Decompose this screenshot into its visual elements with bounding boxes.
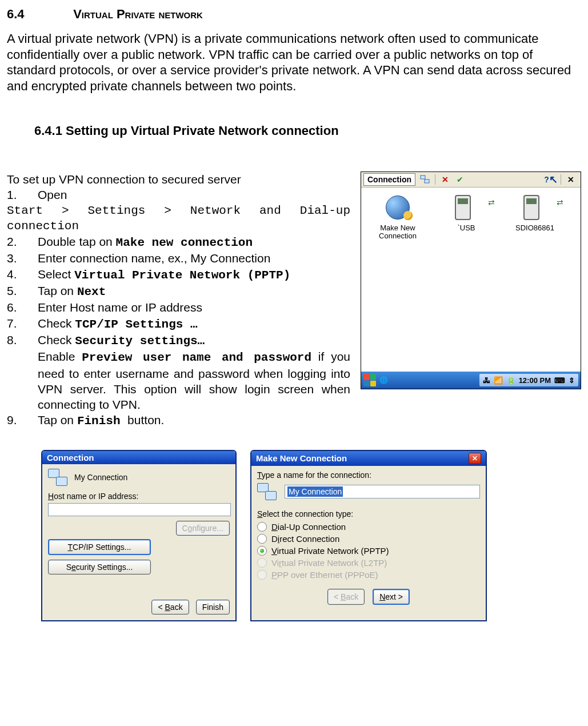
radio-icon[interactable] [257, 534, 267, 544]
window-label: Connection [363, 173, 415, 186]
step-1: 1.Open [7, 187, 350, 202]
radio-vpn-pptp[interactable]: Virtual Private Network (PPTP) [257, 546, 480, 556]
step-text: Tap on [38, 284, 77, 297]
radio-direct[interactable]: Direct Connection [257, 534, 480, 544]
network-tray-icon[interactable]: 🖧 [483, 376, 490, 385]
subsection-title: 6.4.1 Setting up Virtual Private Network… [34, 123, 581, 138]
battery-tray-icon[interactable]: 🔋 [506, 376, 515, 385]
connection-name-input[interactable]: My Connection [285, 485, 480, 498]
network-icon [48, 469, 67, 486]
svg-rect-1 [425, 179, 429, 183]
separator [561, 174, 561, 185]
check-icon[interactable]: ✔ [454, 174, 466, 185]
updown-tray-icon[interactable]: ⇕ [569, 376, 575, 385]
help-icon[interactable]: ?↖ [545, 174, 557, 185]
close-icon[interactable]: ✕ [469, 453, 481, 464]
taskbar-globe-icon[interactable]: 🌐 [379, 376, 388, 384]
step-text: button. [127, 413, 164, 426]
type-name-label: Type a name for the connection: [257, 470, 480, 480]
step-text: Open [38, 188, 67, 201]
step-8: 8.Check Security settings… [7, 332, 350, 349]
host-input[interactable] [48, 503, 231, 516]
radio-icon[interactable] [257, 522, 267, 532]
configure-button: Configure... [176, 521, 230, 536]
clock[interactable]: 12:00 PM [519, 376, 551, 385]
radio-icon [257, 558, 267, 568]
titlebar: Connection [42, 451, 235, 464]
code-text: Security settings… [75, 334, 205, 348]
step-6: 6.Enter Host name or IP address [7, 300, 350, 315]
separator [435, 174, 435, 185]
step-text: Check [38, 333, 75, 346]
item-sdio[interactable]: ⇄ SDIO86861 [503, 193, 567, 366]
step-2: 2.Double tap on Make new connection [7, 234, 350, 250]
screenshot-make-new-connection: Make New Connection ✕ Type a name for th… [250, 450, 487, 621]
start-button[interactable] [363, 374, 376, 386]
step-number: 5. [7, 283, 38, 298]
code-text: Virtual Private Network (PPTP) [74, 269, 290, 282]
section-title: Virtual Private network [73, 7, 203, 21]
security-settings-button[interactable]: Security Settings... [48, 560, 151, 575]
signal-tray-icon[interactable]: 📶 [494, 376, 503, 385]
back-button: < Back [327, 589, 365, 605]
step-number: 6. [7, 300, 38, 315]
system-tray[interactable]: 🖧 📶 🔋 12:00 PM ⌨ ⇕ [479, 374, 578, 386]
step-text: Double tap on [38, 235, 116, 248]
radio-label: Dial-Up Connection [271, 522, 346, 532]
section-header: 6.4 Virtual Private network [7, 7, 581, 22]
step-number: 7. [7, 316, 38, 331]
code-text: Next [77, 285, 106, 298]
step-8-detail: Enable Preview user name and password if… [38, 349, 350, 412]
step-9: 9.Tap on Finish button. [7, 412, 350, 429]
svg-rect-0 [421, 175, 425, 179]
keyboard-tray-icon[interactable]: ⌨ [554, 376, 565, 385]
delete-icon[interactable]: ✕ [439, 174, 451, 185]
code-text: Preview user name and password [82, 351, 311, 364]
item-label: Make New Connection [366, 224, 430, 241]
code-text: Make new connection [116, 236, 253, 249]
finish-button[interactable]: Finish [196, 600, 230, 615]
item-usb[interactable]: ⇄ `USB [434, 193, 498, 366]
select-type-label: Select the connection type: [257, 509, 480, 518]
intro-paragraph: A virtual private network (VPN) is a pri… [7, 31, 581, 94]
network-icon[interactable] [419, 174, 431, 185]
toolbar: Connection ✕ ✔ ?↖ ✕ [361, 172, 581, 188]
connection-name: My Connection [74, 473, 127, 482]
instructions-column: To set up VPN connection to secured serv… [7, 171, 350, 429]
tcpip-settings-button[interactable]: TCP/IP Settings... [48, 539, 151, 555]
item-make-new-connection[interactable]: Make New Connection [366, 193, 430, 366]
step-number: 2. [7, 234, 38, 249]
step-number: 4. [7, 266, 38, 282]
code-text: TCP/IP Settings … [75, 318, 197, 331]
step-number: 8. [7, 332, 38, 348]
step-text: Enter Host name or IP address [38, 300, 347, 315]
radio-label: PPP over Ethernet (PPPoE) [271, 570, 378, 580]
step-3: 3.Enter connection name, ex., My Connect… [7, 250, 350, 266]
step-number: 9. [7, 412, 38, 428]
step-text: Tap on [38, 413, 77, 426]
screenshot-connection-explorer: Connection ✕ ✔ ?↖ ✕ Make New Connection … [361, 171, 581, 389]
item-label: SDIO86861 [503, 224, 567, 232]
radio-label: Virtual Private Network (PPTP) [271, 546, 389, 556]
host-label: Host name or IP address: [48, 492, 230, 501]
taskbar: 🌐 🖧 📶 🔋 12:00 PM ⌨ ⇕ [361, 372, 581, 389]
title-text: Make New Connection [256, 453, 347, 463]
step-4: 4.Select Virtual Private Network (PPTP) [7, 266, 350, 283]
step-1-path: Start > Settings > Network and Dial-up c… [7, 203, 350, 234]
step-number: 3. [7, 250, 38, 266]
radio-dialup[interactable]: Dial-Up Connection [257, 522, 480, 532]
step-text: Check [38, 317, 75, 330]
radio-icon [257, 570, 267, 580]
step-text: Select [38, 268, 74, 281]
phone-sync-icon: ⇄ [451, 193, 481, 222]
title-text: Connection [47, 453, 94, 462]
step-text: Enter connection name, ex., My Connectio… [38, 250, 347, 266]
close-icon[interactable]: ✕ [565, 174, 577, 185]
radio-icon[interactable] [257, 546, 267, 556]
radio-pppoe: PPP over Ethernet (PPPoE) [257, 570, 480, 580]
step-number: 1. [7, 187, 38, 202]
back-button[interactable]: < Back [151, 600, 189, 615]
code-text: Finish [77, 414, 127, 428]
next-button[interactable]: Next > [373, 589, 410, 605]
radio-vpn-l2tp: Virtual Private Network (L2TP) [257, 558, 480, 568]
